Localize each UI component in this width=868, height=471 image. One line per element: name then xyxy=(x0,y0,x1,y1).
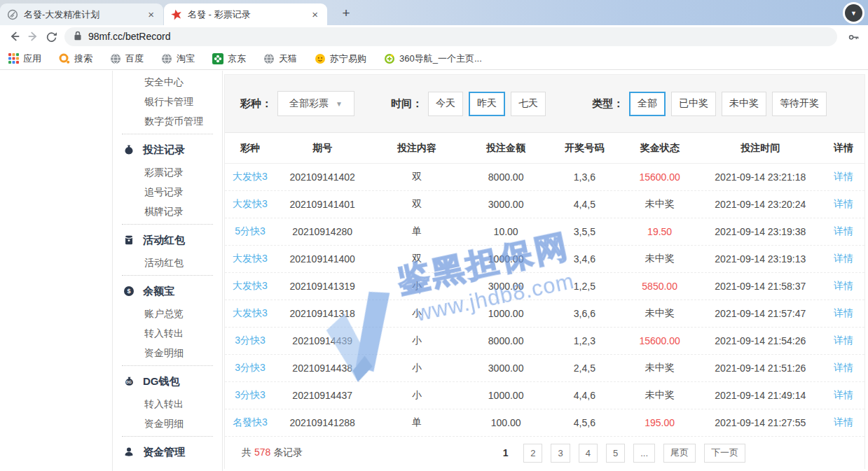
detail-link[interactable]: 详情 xyxy=(822,225,864,238)
lottery-name-link[interactable]: 大发快3 xyxy=(225,198,275,211)
key-icon[interactable] xyxy=(844,27,862,45)
sidebar-item-dg-transfer[interactable]: 转入转出 xyxy=(113,394,222,414)
bookmark-label: 淘宝 xyxy=(177,52,195,65)
draw-numbers: 3,5,5 xyxy=(548,226,621,237)
sidebar-section-bet-records[interactable]: 投注记录 xyxy=(113,137,222,162)
draw-numbers: 4,4,6 xyxy=(548,390,621,401)
close-icon[interactable]: × xyxy=(310,8,320,20)
bookmark-item[interactable]: 360导航_一个主页... xyxy=(384,52,482,65)
close-icon[interactable]: × xyxy=(146,8,156,20)
sidebar-section-dg-wallet[interactable]: DG DG钱包 xyxy=(113,369,222,394)
bookmark-item[interactable]: 天猫 xyxy=(263,52,297,65)
detail-link[interactable]: 详情 xyxy=(822,389,864,402)
sidebar-item-transfer[interactable]: 转入转出 xyxy=(113,323,222,343)
nav360-icon xyxy=(384,53,395,64)
lottery-name-link[interactable]: 3分快3 xyxy=(225,335,275,347)
sidebar-item-dg-funds-detail[interactable]: 资金明细 xyxy=(113,414,222,433)
media-control-button[interactable]: ▼ xyxy=(843,2,864,24)
table-row: 5分快3 20210914280 单 10.00 3,5,5 19.50 202… xyxy=(225,218,864,246)
sidebar-section-yuebao[interactable]: $ 余额宝 xyxy=(113,279,222,304)
type-filter-button[interactable]: 全部 xyxy=(629,92,666,116)
lottery-name-link[interactable]: 5分快3 xyxy=(225,225,275,238)
page-button[interactable]: 5 xyxy=(606,444,625,463)
bet-amount: 1000.00 xyxy=(464,308,548,319)
bookmark-item[interactable]: 苏宁易购 xyxy=(315,52,366,65)
detail-link[interactable]: 详情 xyxy=(822,362,864,374)
detail-link[interactable]: 详情 xyxy=(822,171,864,183)
sidebar-section-funds-manage[interactable]: 资金管理 xyxy=(113,440,222,465)
table-row: 大发快3 202109141319 小 3000.00 1,2,5 5850.0… xyxy=(225,273,864,300)
type-filter-button[interactable]: 已中奖 xyxy=(671,92,716,116)
lottery-filter-label: 彩种： xyxy=(240,97,272,111)
sidebar-section-red-packet[interactable]: 活动红包 xyxy=(113,227,222,253)
bet-content: 双 xyxy=(370,253,464,265)
page-button[interactable]: 尾页 xyxy=(663,444,696,463)
sidebar-item-digital-currency[interactable]: 数字货币管理 xyxy=(113,111,222,131)
bet-amount: 100.00 xyxy=(464,417,548,428)
back-button[interactable] xyxy=(6,27,24,45)
bookmark-item[interactable]: 京东 xyxy=(212,52,246,65)
detail-link[interactable]: 详情 xyxy=(822,335,864,347)
sidebar-item-chase-records[interactable]: 追号记录 xyxy=(113,182,222,202)
lottery-name-link[interactable]: 3分快3 xyxy=(225,362,275,374)
sidebar-item-security-center[interactable]: 安全中心 xyxy=(113,72,222,92)
total-prefix: 共 xyxy=(242,447,254,458)
bet-time: 2021-09-14 21:57:47 xyxy=(698,308,823,319)
tab-plan[interactable]: 名發-大发精准计划 × xyxy=(0,3,163,25)
sidebar-item-funds-detail[interactable]: 资金明细 xyxy=(113,343,222,363)
new-tab-button[interactable]: + xyxy=(338,5,354,22)
time-filter-button[interactable]: 昨天 xyxy=(469,92,505,116)
page-button[interactable]: 4 xyxy=(579,444,598,463)
page-button[interactable]: 2 xyxy=(523,444,542,463)
issue-number: 202109141402 xyxy=(275,171,370,183)
lock-icon xyxy=(74,31,82,43)
lottery-name-link[interactable]: 名發快3 xyxy=(225,416,275,429)
sidebar-item-lottery-records[interactable]: 彩票记录 xyxy=(113,162,222,182)
detail-link[interactable]: 详情 xyxy=(822,307,864,320)
issue-number: 202109141318 xyxy=(275,308,370,319)
forward-button[interactable] xyxy=(24,27,42,45)
col-status: 奖金状态 xyxy=(621,142,698,155)
tab-bet-record[interactable]: 名發 - 彩票记录 × xyxy=(164,3,327,25)
lottery-name-link[interactable]: 大发快3 xyxy=(225,280,275,293)
url-bar[interactable]: 98mf.cc/betRecord xyxy=(64,27,837,46)
bookmark-item[interactable]: 搜索 xyxy=(59,52,92,65)
page-button[interactable]: 下一页 xyxy=(704,444,745,463)
lottery-name-link[interactable]: 大发快3 xyxy=(225,307,275,320)
detail-link[interactable]: 详情 xyxy=(822,280,864,293)
apps-grid-icon xyxy=(8,53,19,64)
lottery-name-link[interactable]: 3分快3 xyxy=(225,389,275,402)
draw-numbers: 4,5,6 xyxy=(548,417,621,428)
page-button[interactable]: 3 xyxy=(551,444,570,463)
page-button[interactable]: ... xyxy=(633,444,655,463)
bookmark-label: 应用 xyxy=(23,52,41,65)
sidebar-item-bank-card[interactable]: 银行卡管理 xyxy=(113,92,222,111)
suning-lion-icon xyxy=(315,53,326,64)
lottery-name-link[interactable]: 大发快3 xyxy=(225,171,275,183)
detail-link[interactable]: 详情 xyxy=(822,198,864,211)
sidebar-item-account-overview[interactable]: 账户总览 xyxy=(113,304,222,323)
lottery-select[interactable]: 全部彩票 ▼ xyxy=(277,91,354,116)
bookmark-item[interactable]: 应用 xyxy=(8,52,41,65)
sidebar-item-red-packet[interactable]: 活动红包 xyxy=(113,253,222,272)
detail-link[interactable]: 详情 xyxy=(822,416,864,429)
lottery-select-value: 全部彩票 xyxy=(289,97,329,110)
divider xyxy=(122,224,213,225)
sidebar-item-board-records[interactable]: 棋牌记录 xyxy=(113,202,222,221)
detail-link[interactable]: 详情 xyxy=(822,253,864,265)
time-filter-button[interactable]: 今天 xyxy=(428,92,463,116)
table-row: 大发快3 202109141401 双 3000.00 4,4,5 未中奖 20… xyxy=(225,191,864,218)
reload-button[interactable] xyxy=(42,27,60,45)
bookmark-item[interactable]: 百度 xyxy=(110,52,144,65)
issue-number: 20210914438 xyxy=(275,363,370,374)
type-filter-button[interactable]: 等待开奖 xyxy=(772,92,827,116)
page-button[interactable]: 1 xyxy=(496,444,515,463)
bookmark-item[interactable]: 淘宝 xyxy=(161,52,195,65)
lottery-name-link[interactable]: 大发快3 xyxy=(225,253,275,265)
time-filter-button[interactable]: 七天 xyxy=(511,92,546,116)
bookmarks-bar: 应用 搜索 百度 淘宝 京东 天猫 苏宁易购 xyxy=(0,48,868,70)
prize-status: 未中奖 xyxy=(621,307,698,320)
type-filter-button[interactable]: 未中奖 xyxy=(722,92,766,116)
svg-text:$: $ xyxy=(127,288,130,295)
time-filter-label: 时间： xyxy=(391,97,422,111)
